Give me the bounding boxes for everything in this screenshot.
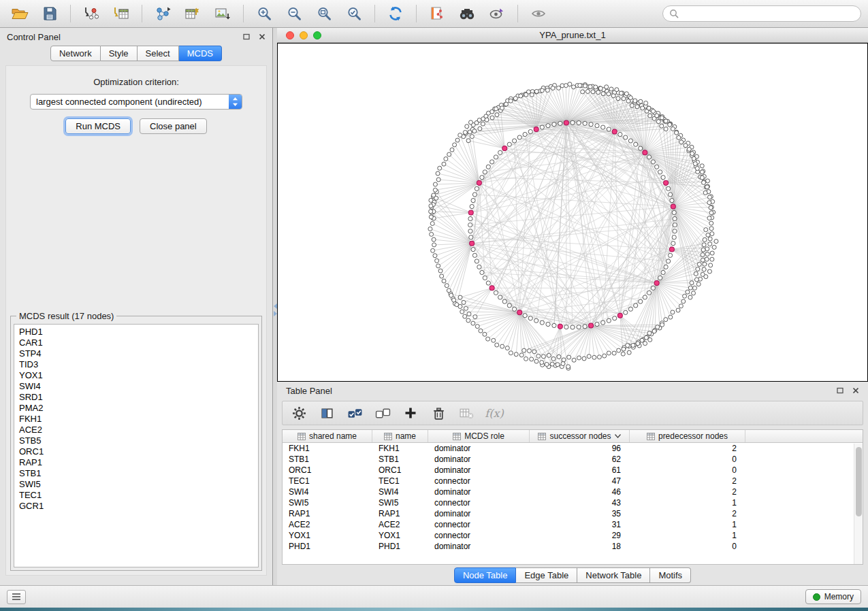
table-settings-button[interactable] — [291, 405, 307, 421]
table-tab-edge-table[interactable]: Edge Table — [516, 567, 577, 583]
mcds-result-item[interactable]: FKH1 — [14, 414, 258, 425]
zoom-out-button[interactable] — [281, 3, 307, 24]
import-network-button[interactable] — [78, 3, 104, 24]
tab-mcds[interactable]: MCDS — [179, 46, 222, 61]
table-tab-motifs[interactable]: Motifs — [650, 567, 691, 583]
toggle-graphics-details-button[interactable] — [484, 3, 510, 24]
open-folder-icon — [11, 5, 29, 22]
main-area: Control Panel NetworkStyleSelectMCDS Opt… — [0, 28, 868, 585]
collapse-right-icon — [274, 311, 277, 316]
table-panel: Table Panel — [277, 382, 868, 585]
zoom-in-button[interactable] — [251, 3, 277, 24]
open-session-button[interactable] — [7, 3, 33, 24]
table-row[interactable]: ACE2ACE2connector311 — [283, 519, 863, 530]
table-cell: TEC1 — [372, 476, 428, 486]
deselect-all-icon — [375, 406, 391, 420]
mcds-result-item[interactable]: CAR1 — [14, 337, 258, 348]
zoom-fit-button[interactable] — [311, 3, 337, 24]
mcds-result-item[interactable]: PMA2 — [14, 403, 258, 414]
apply-layout-button[interactable] — [383, 3, 408, 24]
zoom-selected-button[interactable] — [341, 3, 367, 24]
network-window-titlebar[interactable]: YPA_prune.txt_1 — [277, 28, 868, 43]
table-cell: SWI4 — [283, 487, 372, 497]
memory-button[interactable]: Memory — [805, 589, 861, 604]
scrollbar-thumb[interactable] — [856, 447, 862, 516]
close-panel-button[interactable]: Close panel — [140, 118, 207, 134]
table-cell: ORC1 — [372, 465, 428, 475]
find-network-button[interactable] — [454, 3, 480, 24]
mcds-result-item[interactable]: GCR1 — [14, 501, 258, 512]
table-row[interactable]: STB1STB1dominator620 — [283, 454, 863, 465]
show-hide-graphics-button[interactable] — [526, 3, 551, 24]
mcds-result-item[interactable]: ACE2 — [14, 425, 258, 435]
column-header-shared-name[interactable]: shared name — [283, 430, 372, 442]
close-table-panel-icon[interactable] — [852, 387, 859, 394]
column-header-successor-nodes[interactable]: successor nodes — [530, 430, 630, 442]
mcds-result-item[interactable]: SRD1 — [14, 392, 258, 403]
annotation-share-button[interactable] — [424, 3, 450, 24]
table-row[interactable]: TEC1TEC1connector472 — [283, 476, 863, 486]
mcds-result-item[interactable]: YOX1 — [14, 370, 258, 381]
status-menu-button[interactable] — [7, 590, 26, 604]
table-cell: ORC1 — [283, 465, 372, 475]
mcds-result-item[interactable]: SWI4 — [14, 381, 258, 392]
export-image-button[interactable] — [210, 3, 236, 24]
column-header-MCDS-role[interactable]: MCDS role — [428, 430, 530, 442]
table-cell: PHD1 — [283, 542, 372, 551]
table-cell: dominator — [428, 509, 530, 518]
table-tab-network-table[interactable]: Network Table — [577, 567, 650, 583]
network-canvas[interactable] — [277, 43, 868, 382]
table-cell: connector — [428, 498, 530, 508]
deselect-all-rows-button[interactable] — [374, 405, 391, 421]
mcds-result-item[interactable]: STP4 — [14, 348, 258, 359]
table-row[interactable]: YOX1YOX1connector291 — [283, 530, 863, 541]
table-cell: 2 — [630, 509, 745, 518]
import-table-button[interactable] — [108, 3, 134, 24]
new-network-icon — [154, 5, 172, 22]
delete-table-button[interactable] — [458, 405, 475, 421]
table-row[interactable]: PHD1PHD1dominator180 — [283, 541, 863, 552]
optimization-dropdown[interactable]: largest connected component (undirected) — [30, 94, 242, 110]
toolbar-separator — [243, 5, 244, 22]
table-row[interactable]: RAP1RAP1dominator352 — [283, 508, 863, 519]
mcds-result-item[interactable]: RAP1 — [14, 457, 258, 468]
table-row[interactable]: SWI4SWI4dominator462 — [283, 486, 863, 497]
run-mcds-button[interactable]: Run MCDS — [65, 118, 131, 134]
table-scrollbar[interactable] — [854, 444, 863, 564]
float-table-panel-icon[interactable] — [837, 387, 844, 394]
table-row[interactable]: FKH1FKH1dominator962 — [283, 443, 863, 454]
create-column-button[interactable] — [402, 405, 419, 421]
mcds-result-item[interactable]: STB5 — [14, 435, 258, 446]
select-all-rows-button[interactable] — [347, 405, 363, 421]
mcds-result-item[interactable]: STB1 — [14, 468, 258, 479]
zoom-window-button[interactable] — [313, 31, 321, 39]
new-network-button[interactable] — [150, 3, 176, 24]
tab-select[interactable]: Select — [138, 46, 179, 61]
search-input[interactable] — [683, 9, 854, 18]
mcds-result-item[interactable]: TID3 — [14, 359, 258, 370]
close-panel-icon[interactable] — [259, 33, 266, 40]
sort-direction-icon — [615, 434, 621, 438]
column-header-name[interactable]: name — [372, 430, 428, 442]
mcds-result-list[interactable]: PHD1CAR1STP4TID3YOX1SWI4SRD1PMA2FKH1ACE2… — [14, 324, 259, 567]
table-row[interactable]: ORC1ORC1dominator610 — [283, 465, 863, 476]
float-panel-icon[interactable] — [243, 33, 251, 40]
table-tab-node-table[interactable]: Node Table — [454, 567, 517, 583]
table-header-row: shared namenameMCDS rolesuccessor nodesp… — [283, 430, 863, 443]
tab-network[interactable]: Network — [50, 46, 101, 61]
show-columns-button[interactable] — [319, 405, 335, 421]
mcds-result-item[interactable]: ORC1 — [14, 446, 258, 457]
mcds-result-item[interactable]: TEC1 — [14, 490, 258, 501]
export-table-button[interactable] — [180, 3, 206, 24]
column-header-predecessor-nodes[interactable]: predecessor nodes — [630, 430, 745, 442]
close-window-button[interactable] — [286, 31, 294, 39]
tab-style[interactable]: Style — [101, 46, 138, 61]
minimize-window-button[interactable] — [300, 31, 308, 39]
save-session-button[interactable] — [37, 3, 63, 24]
mcds-result-title: MCDS result (17 nodes) — [16, 311, 116, 321]
function-builder-button[interactable]: f(x) — [486, 405, 502, 421]
mcds-result-item[interactable]: SWI5 — [14, 479, 258, 490]
mcds-result-item[interactable]: PHD1 — [14, 327, 258, 337]
delete-columns-button[interactable] — [430, 405, 447, 421]
table-row[interactable]: SWI5SWI5connector431 — [283, 497, 863, 508]
